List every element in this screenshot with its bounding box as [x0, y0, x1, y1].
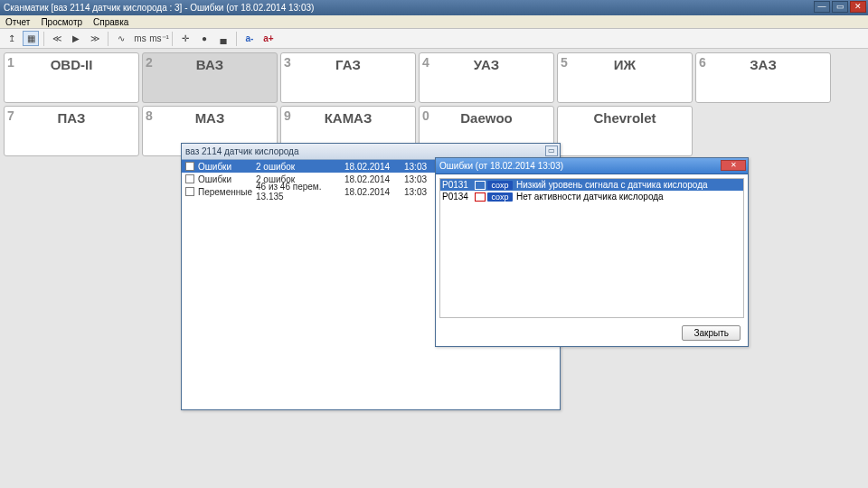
- card-number: 6: [699, 55, 706, 70]
- brand-card-Chevrolet[interactable]: Chevrolet: [557, 106, 693, 156]
- brand-card-УАЗ[interactable]: 4УАЗ: [419, 52, 554, 103]
- report-list-max-button[interactable]: ▭: [545, 145, 558, 156]
- tool-rewind-button[interactable]: ≪: [49, 31, 65, 46]
- error-status-icon: [475, 192, 486, 202]
- card-number: 0: [422, 108, 429, 123]
- card-number: 9: [284, 108, 291, 123]
- error-row[interactable]: P0134сохрНет активности датчика кислород…: [440, 191, 743, 202]
- menu-help[interactable]: Справка: [93, 17, 128, 27]
- row-date: 18.02.2014: [344, 187, 404, 197]
- card-number: 1: [7, 55, 14, 70]
- row-checkbox[interactable]: [185, 174, 194, 183]
- error-tag: сохр: [487, 192, 513, 202]
- errors-list: P0131сохрНизкий уровень сигнала с датчик…: [439, 178, 744, 318]
- brand-card-ЗАЗ[interactable]: 6ЗАЗ: [695, 52, 831, 103]
- toolbar-separator: [172, 32, 173, 46]
- card-number: 8: [146, 108, 153, 123]
- card-label: ЗАЗ: [696, 53, 830, 72]
- row-name: Переменные: [198, 187, 256, 197]
- toolbar-separator: [236, 32, 237, 46]
- error-code: P0134: [442, 192, 475, 202]
- error-desc: Низкий уровень сигнала с датчика кислоро…: [516, 180, 741, 190]
- tool-crosshair-button[interactable]: ✛: [177, 31, 193, 46]
- tool-font-increase-button[interactable]: a+: [260, 31, 277, 46]
- tool-font-decrease-button[interactable]: a-: [241, 31, 258, 46]
- card-label: Daewoo: [420, 107, 553, 126]
- errors-close-icon[interactable]: ✕: [721, 160, 746, 171]
- tool-chart-button[interactable]: ▦: [23, 31, 39, 46]
- error-desc: Нет активности датчика кислорода: [516, 192, 741, 202]
- brand-card-ГАЗ[interactable]: 3ГАЗ: [280, 52, 416, 103]
- menu-report[interactable]: Отчет: [5, 17, 30, 27]
- card-label: ПАЗ: [5, 107, 138, 126]
- tool-bars-button[interactable]: ▄: [215, 31, 231, 46]
- row-info: 46 из 46 перем. 13.135: [256, 182, 344, 202]
- card-label: Chevrolet: [558, 107, 692, 126]
- toolbar-separator: [43, 32, 44, 46]
- toolbar-separator: [108, 32, 108, 46]
- errors-title: Ошибки (от 18.02.2014 13:03): [439, 161, 563, 171]
- errors-window: Ошибки (от 18.02.2014 13:03) ✕ P0131сохр…: [435, 157, 749, 347]
- menubar: Отчет Просмотр Справка: [0, 15, 868, 29]
- tool-play-button[interactable]: ▶: [68, 31, 84, 46]
- tool-wave-button[interactable]: ∿: [113, 31, 129, 46]
- brand-grid: 1OBD-II2ВАЗ3ГАЗ4УАЗ5ИЖ6ЗАЗ7ПАЗ8МАЗ9КАМАЗ…: [4, 52, 864, 156]
- row-info: 2 ошибок: [256, 162, 344, 172]
- tool-ms-button[interactable]: ms: [132, 31, 148, 46]
- error-code: P0131: [442, 180, 475, 190]
- toolbar: ↥ ▦ ≪ ▶ ≫ ∿ ms ms⁻¹ ✛ ● ▄ a- a+: [0, 29, 868, 49]
- tool-dot-button[interactable]: ●: [196, 31, 212, 46]
- menu-view[interactable]: Просмотр: [41, 17, 82, 27]
- row-date: 18.02.2014: [344, 162, 404, 172]
- card-number: 2: [146, 55, 153, 70]
- minimize-button[interactable]: —: [814, 1, 830, 13]
- card-number: 4: [422, 55, 429, 70]
- card-number: 5: [561, 55, 568, 70]
- row-name: Ошибки: [198, 162, 256, 172]
- card-label: ИЖ: [558, 53, 692, 72]
- row-date: 18.02.2014: [344, 174, 404, 184]
- error-status-icon: [475, 181, 486, 190]
- tool-ms-s-button[interactable]: ms⁻¹: [151, 31, 167, 46]
- main-titlebar: Сканматик [ваз 2114 датчик кислорода : 3…: [0, 0, 868, 15]
- row-name: Ошибки: [198, 174, 256, 184]
- tool-forward-button[interactable]: ≫: [87, 31, 103, 46]
- brand-card-ИЖ[interactable]: 5ИЖ: [557, 52, 693, 103]
- error-tag: сохр: [487, 181, 513, 190]
- brand-card-ПАЗ[interactable]: 7ПАЗ: [4, 106, 139, 156]
- tool-up-button[interactable]: ↥: [4, 31, 20, 46]
- error-row[interactable]: P0131сохрНизкий уровень сигнала с датчик…: [440, 179, 743, 191]
- card-label: OBD-II: [5, 53, 138, 72]
- card-label: ГАЗ: [281, 53, 415, 72]
- report-list-title: ваз 2114 датчик кислорода: [185, 146, 299, 156]
- row-checkbox[interactable]: [185, 187, 194, 196]
- card-label: УАЗ: [420, 53, 553, 72]
- close-button[interactable]: ✕: [850, 1, 866, 13]
- card-label: КАМАЗ: [281, 107, 415, 126]
- brand-card-ВАЗ[interactable]: 2ВАЗ: [142, 52, 278, 103]
- row-checkbox[interactable]: [185, 162, 194, 171]
- errors-close-button[interactable]: Закрыть: [682, 325, 741, 341]
- card-number: 3: [284, 55, 291, 70]
- errors-titlebar[interactable]: Ошибки (от 18.02.2014 13:03) ✕: [436, 158, 748, 174]
- brand-card-OBD-II[interactable]: 1OBD-II: [4, 52, 139, 103]
- app-title: Сканматик [ваз 2114 датчик кислорода : 3…: [4, 3, 314, 13]
- card-label: МАЗ: [143, 107, 277, 126]
- card-number: 7: [7, 108, 14, 123]
- card-label: ВАЗ: [143, 53, 277, 72]
- maximize-button[interactable]: ▭: [832, 1, 848, 13]
